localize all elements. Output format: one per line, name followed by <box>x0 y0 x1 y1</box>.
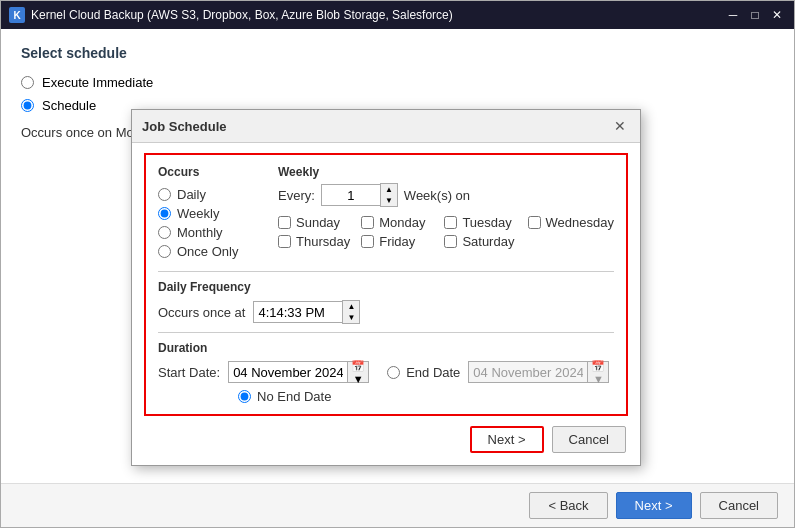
every-input[interactable] <box>321 184 381 206</box>
every-label: Every: <box>278 188 315 203</box>
occurs-column: Occurs Daily Weekly Monthl <box>158 165 258 259</box>
occurs-once-at-label: Occurs once at <box>158 305 245 320</box>
divider-2 <box>158 332 614 333</box>
every-up-button[interactable]: ▲ <box>381 184 397 195</box>
saturday-checkbox[interactable] <box>444 235 457 248</box>
sunday-checkbox[interactable] <box>278 216 291 229</box>
weekly-radio[interactable] <box>158 207 171 220</box>
dialog-next-button[interactable]: Next > <box>470 426 544 453</box>
monday-day[interactable]: Monday <box>361 215 436 230</box>
daily-radio[interactable] <box>158 188 171 201</box>
no-end-date-radio[interactable] <box>238 390 251 403</box>
daily-freq-row: Occurs once at ▲ ▼ <box>158 300 614 324</box>
wednesday-checkbox[interactable] <box>528 216 541 229</box>
occurs-header: Occurs <box>158 165 258 179</box>
back-button[interactable]: < Back <box>529 492 607 519</box>
time-input-group: ▲ ▼ <box>253 300 360 324</box>
weekly-column: Weekly Every: ▲ ▼ Wee <box>278 165 614 259</box>
app-title: Kernel Cloud Backup (AWS S3, Dropbox, Bo… <box>31 8 453 22</box>
friday-day[interactable]: Friday <box>361 234 436 249</box>
job-schedule-dialog: Job Schedule ✕ Occurs Daily <box>131 109 641 466</box>
execute-immediate-radio[interactable] <box>21 76 34 89</box>
end-date-radio[interactable] <box>387 366 400 379</box>
dialog-cancel-button[interactable]: Cancel <box>552 426 626 453</box>
dialog-title: Job Schedule <box>142 119 227 134</box>
daily-frequency-section: Daily Frequency Occurs once at ▲ ▼ <box>158 280 614 324</box>
schedule-label: Schedule <box>42 98 96 113</box>
every-down-button[interactable]: ▼ <box>381 195 397 206</box>
days-grid: Sunday Monday Tuesday <box>278 215 614 249</box>
dialog-close-button[interactable]: ✕ <box>610 116 630 136</box>
end-date-label: End Date <box>406 365 460 380</box>
monday-checkbox[interactable] <box>361 216 374 229</box>
page-title: Select schedule <box>21 45 774 61</box>
start-date-input-group: 📅▼ <box>228 361 369 383</box>
time-down-button[interactable]: ▼ <box>343 312 359 323</box>
thursday-checkbox[interactable] <box>278 235 291 248</box>
bottom-bar: < Back Next > Cancel <box>1 483 794 527</box>
divider-1 <box>158 271 614 272</box>
duration-header: Duration <box>158 341 614 355</box>
cancel-button[interactable]: Cancel <box>700 492 778 519</box>
wednesday-day[interactable]: Wednesday <box>528 215 614 230</box>
once-only-radio[interactable] <box>158 245 171 258</box>
schedule-options-panel: Occurs Daily Weekly Monthl <box>144 153 628 416</box>
end-date-picker-button[interactable]: 📅▼ <box>587 361 609 383</box>
duration-start-row: Start Date: 📅▼ End Date <box>158 361 614 383</box>
dialog-title-bar: Job Schedule ✕ <box>132 110 640 143</box>
every-input-group: ▲ ▼ <box>321 183 398 207</box>
weekly-option[interactable]: Weekly <box>158 206 258 221</box>
daily-option[interactable]: Daily <box>158 187 258 202</box>
dialog-buttons: Next > Cancel <box>144 426 628 453</box>
time-input[interactable] <box>253 301 343 323</box>
weekly-header: Weekly <box>278 165 614 179</box>
thursday-day[interactable]: Thursday <box>278 234 353 249</box>
sunday-day[interactable]: Sunday <box>278 215 353 230</box>
weeks-on-label: Week(s) on <box>404 188 470 203</box>
next-button[interactable]: Next > <box>616 492 692 519</box>
daily-freq-header: Daily Frequency <box>158 280 614 294</box>
weekly-every-row: Every: ▲ ▼ Week(s) on <box>278 183 614 207</box>
time-up-button[interactable]: ▲ <box>343 301 359 312</box>
start-date-label: Start Date: <box>158 365 220 380</box>
close-window-button[interactable]: ✕ <box>768 6 786 24</box>
app-icon: K <box>9 7 25 23</box>
no-end-date-row: No End Date <box>158 389 614 404</box>
dialog-content: Occurs Daily Weekly Monthl <box>132 143 640 465</box>
duration-section: Duration Start Date: 📅▼ End Date <box>158 341 614 404</box>
tuesday-day[interactable]: Tuesday <box>444 215 519 230</box>
maximize-button[interactable]: □ <box>746 6 764 24</box>
no-end-date-option[interactable]: No End Date <box>238 389 331 404</box>
tuesday-checkbox[interactable] <box>444 216 457 229</box>
monthly-option[interactable]: Monthly <box>158 225 258 240</box>
content-area: Select schedule Execute Immediate Schedu… <box>1 29 794 483</box>
end-date-option[interactable]: End Date <box>387 365 460 380</box>
friday-checkbox[interactable] <box>361 235 374 248</box>
start-date-picker-button[interactable]: 📅▼ <box>347 361 369 383</box>
monthly-radio[interactable] <box>158 226 171 239</box>
no-end-date-label: No End Date <box>257 389 331 404</box>
end-date-input-group: 📅▼ <box>468 361 609 383</box>
once-only-option[interactable]: Once Only <box>158 244 258 259</box>
saturday-day[interactable]: Saturday <box>444 234 519 249</box>
execute-immediate-label: Execute Immediate <box>42 75 153 90</box>
main-window: K Kernel Cloud Backup (AWS S3, Dropbox, … <box>0 0 795 528</box>
end-date-input[interactable] <box>468 361 588 383</box>
schedule-radio[interactable] <box>21 99 34 112</box>
minimize-button[interactable]: ─ <box>724 6 742 24</box>
occurs-weekly-section: Occurs Daily Weekly Monthl <box>158 165 614 259</box>
execute-immediate-row: Execute Immediate <box>21 75 774 90</box>
title-bar: K Kernel Cloud Backup (AWS S3, Dropbox, … <box>1 1 794 29</box>
start-date-input[interactable] <box>228 361 348 383</box>
